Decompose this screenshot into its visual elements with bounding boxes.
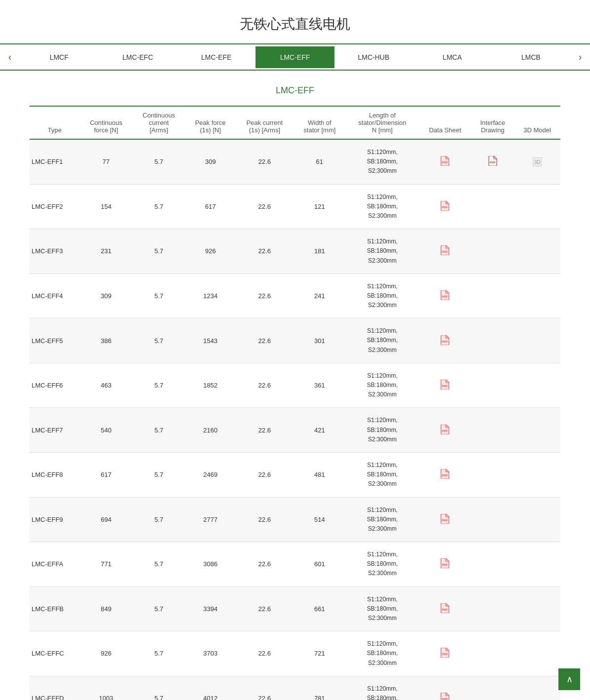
nav-tab-lmcf[interactable]: LMCF <box>20 46 98 68</box>
nav-tab-lmca[interactable]: LMCA <box>413 46 491 68</box>
nav-tab-lmc-hub[interactable]: LMC-HUB <box>334 46 413 68</box>
cell-peak-current: 22.6 <box>236 318 294 363</box>
pdf-icon[interactable]: PDF <box>441 603 449 613</box>
cell-data-sheet[interactable]: PDF <box>419 184 471 229</box>
pdf-icon[interactable]: PDF <box>441 693 449 700</box>
cell-cont-force: 771 <box>80 542 133 587</box>
col-3d-model: 3D Model <box>514 106 560 139</box>
cell-interface[interactable]: PDF <box>471 139 514 184</box>
col-width: Width ofstator [mm] <box>294 106 346 139</box>
svg-text:PDF: PDF <box>442 653 448 656</box>
svg-text:PDF: PDF <box>442 563 448 566</box>
table-row: LMC-EFFD10035.7401222.6781S1:120mm,SB:18… <box>30 676 560 700</box>
cell-peak-force: 2777 <box>185 497 235 542</box>
scroll-top-button[interactable]: ∧ <box>558 668 580 690</box>
pdf-icon[interactable]: PDF <box>441 648 449 658</box>
cell-cont-force: 231 <box>80 229 133 274</box>
cell-interface <box>471 542 514 587</box>
svg-text:PDF: PDF <box>442 206 448 209</box>
cell-3d-model <box>514 229 560 274</box>
cell-type: LMC-EFFA <box>30 542 80 587</box>
pdf-icon[interactable]: PDF <box>441 469 449 479</box>
cell-data-sheet[interactable]: PDF <box>419 497 471 542</box>
col-data-sheet: Data Sheet <box>419 106 471 139</box>
cell-width: 781 <box>294 676 346 700</box>
cell-width: 661 <box>294 586 346 631</box>
cell-interface <box>471 229 514 274</box>
cell-data-sheet[interactable]: PDF <box>419 408 471 453</box>
cell-data-sheet[interactable]: PDF <box>419 318 471 363</box>
svg-text:PDF: PDF <box>442 519 448 522</box>
interface-pdf-icon[interactable]: PDF <box>488 160 497 167</box>
cell-peak-current: 22.6 <box>236 139 294 184</box>
cell-interface <box>471 452 514 497</box>
svg-text:PDF: PDF <box>442 161 448 164</box>
cell-3d-model[interactable]: 3D <box>514 139 560 184</box>
cell-data-sheet[interactable]: PDF <box>419 139 471 184</box>
pdf-icon[interactable]: PDF <box>441 380 449 389</box>
cell-data-sheet[interactable]: PDF <box>419 363 471 408</box>
cell-cont-current: 5.7 <box>133 184 185 229</box>
pdf-icon[interactable]: PDF <box>441 514 449 524</box>
cell-length: S1:120mm,SB:180mm,S2:300mm <box>346 139 419 184</box>
cell-width: 481 <box>294 452 346 497</box>
nav-tab-lmc-eff[interactable]: LMC-EFF <box>256 46 334 68</box>
cell-interface <box>471 676 514 700</box>
cell-peak-current: 22.6 <box>236 229 294 274</box>
nav-tab-lmc-efc[interactable]: LMC-EFC <box>98 46 177 68</box>
cell-3d-model <box>514 318 560 363</box>
svg-text:PDF: PDF <box>442 698 448 700</box>
cell-width: 514 <box>294 497 346 542</box>
page-title: 无铁心式直线电机 <box>0 0 590 43</box>
cell-cont-current: 5.7 <box>133 676 185 700</box>
pdf-icon[interactable]: PDF <box>441 425 449 434</box>
cell-length: S1:120mm,SB:180mm,S2:300mm <box>346 273 419 318</box>
nav-tab-lmc-efe[interactable]: LMC-EFE <box>177 46 256 68</box>
cell-3d-model <box>514 184 560 229</box>
pdf-icon[interactable]: PDF <box>441 245 449 255</box>
svg-text:PDF: PDF <box>442 429 448 432</box>
cell-3d-model <box>514 408 560 453</box>
cell-peak-current: 22.6 <box>236 676 294 700</box>
cell-data-sheet[interactable]: PDF <box>419 542 471 587</box>
nav-prev-arrow[interactable]: ‹ <box>0 44 20 70</box>
cell-peak-force: 2469 <box>185 452 235 497</box>
cell-cont-current: 5.7 <box>133 452 185 497</box>
cell-peak-current: 22.6 <box>236 184 294 229</box>
table-header-row: Type Continuousforce [N] Continuouscurre… <box>30 106 560 139</box>
pdf-icon[interactable]: PDF <box>441 558 449 568</box>
cell-interface <box>471 363 514 408</box>
table-row: LMC-EFF75405.7216022.6421S1:120mm,SB:180… <box>30 408 560 453</box>
section-title: LMC-EFF <box>30 85 560 96</box>
cell-width: 361 <box>294 363 346 408</box>
table-row: LMC-EFF1775.730922.661S1:120mm,SB:180mm,… <box>30 139 560 184</box>
cell-type: LMC-EFF1 <box>30 139 80 184</box>
cell-interface <box>471 586 514 631</box>
nav-tab-lmcb[interactable]: LMCB <box>492 46 570 68</box>
table-row: LMC-EFF32315.792622.6181S1:120mm,SB:180m… <box>30 229 560 274</box>
cell-type: LMC-EFF2 <box>30 184 80 229</box>
cell-data-sheet[interactable]: PDF <box>419 676 471 700</box>
cell-peak-force: 617 <box>185 184 235 229</box>
pdf-icon[interactable]: PDF <box>441 290 449 300</box>
cell-3d-model <box>514 497 560 542</box>
cell-data-sheet[interactable]: PDF <box>419 229 471 274</box>
cell-data-sheet[interactable]: PDF <box>419 273 471 318</box>
cell-data-sheet[interactable]: PDF <box>419 586 471 631</box>
table-row: LMC-EFFC9265.7370322.6721S1:120mm,SB:180… <box>30 631 560 676</box>
col-length: Length ofstator/DimensionN [mm] <box>346 106 419 139</box>
cell-length: S1:120mm,SB:180mm,S2:300mm <box>346 363 419 408</box>
pdf-icon[interactable]: PDF <box>441 156 449 166</box>
nav-next-arrow[interactable]: › <box>570 44 590 70</box>
pdf-icon[interactable]: PDF <box>441 201 449 211</box>
pdf-icon[interactable]: PDF <box>441 335 449 345</box>
cell-data-sheet[interactable]: PDF <box>419 631 471 676</box>
cell-length: S1:120mm,SB:180mm,S2:300mm <box>346 452 419 497</box>
cell-length: S1:120mm,SB:180mm,S2:300mm <box>346 497 419 542</box>
svg-text:PDF: PDF <box>490 161 496 164</box>
product-table: Type Continuousforce [N] Continuouscurre… <box>30 106 560 700</box>
cell-width: 61 <box>294 139 346 184</box>
cell-data-sheet[interactable]: PDF <box>419 452 471 497</box>
cell-peak-force: 4012 <box>185 676 235 700</box>
3d-model-icon[interactable]: 3D <box>533 157 542 166</box>
